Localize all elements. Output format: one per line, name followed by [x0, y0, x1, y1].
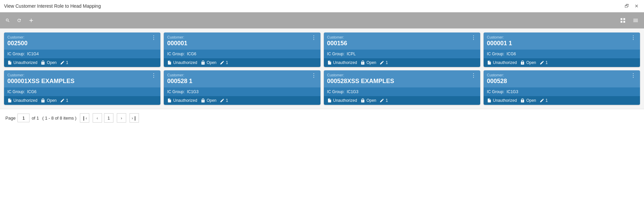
card-menu-button[interactable]: ⋮: [310, 35, 317, 41]
edit-count: 1: [226, 60, 228, 65]
card-1: Customer: 002500 ⋮ IC Group: IC1G4 Unaut…: [4, 32, 160, 67]
status-text: Unauthorized: [173, 98, 197, 103]
search-button[interactable]: [4, 17, 11, 24]
status-item: Unauthorized: [327, 98, 357, 103]
edit-item[interactable]: 1: [380, 98, 388, 103]
open-item[interactable]: Open: [201, 98, 216, 103]
cards-grid: Customer: 002500 ⋮ IC Group: IC1G4 Unaut…: [0, 28, 644, 109]
card-menu-button[interactable]: ⋮: [470, 73, 477, 78]
card-header: Customer: 002500 ⋮: [4, 32, 160, 50]
customer-label: Customer:: [327, 35, 347, 39]
toolbar-right: [618, 16, 640, 25]
card-3: Customer: 000156 ⋮ IC Group: ICPL Unauth…: [324, 32, 480, 67]
current-page-display: 1: [104, 113, 113, 123]
edit-item[interactable]: 1: [540, 98, 548, 103]
open-item[interactable]: Open: [360, 98, 376, 103]
card-header-info: Customer: 000001: [167, 35, 187, 47]
open-label: Open: [207, 98, 216, 103]
status-text: Unauthorized: [173, 60, 197, 65]
document-icon: [327, 98, 332, 103]
edit-item[interactable]: 1: [380, 60, 388, 65]
card-header-info: Customer: 000528 1: [167, 73, 192, 85]
open-item[interactable]: Open: [360, 60, 376, 65]
customer-label: Customer:: [7, 73, 75, 77]
search-icon: [5, 18, 10, 23]
add-button[interactable]: [27, 16, 36, 25]
edit-icon: [540, 98, 544, 103]
next-page-button[interactable]: ›: [117, 113, 126, 123]
edit-icon: [220, 98, 225, 103]
page-input[interactable]: [17, 114, 30, 122]
edit-count: 1: [66, 98, 68, 103]
card-menu-button[interactable]: ⋮: [630, 73, 637, 78]
document-icon: [487, 60, 492, 65]
card-footer: Unauthorized Open 1: [324, 96, 480, 105]
card-header-info: Customer: 000001XSS EXAMPLES: [7, 73, 75, 85]
card-footer: Unauthorized Open 1: [4, 58, 160, 67]
edit-count: 1: [386, 98, 388, 103]
open-item[interactable]: Open: [520, 60, 536, 65]
toolbar-left: [4, 16, 36, 25]
ic-group: IC Group: IC1G3: [484, 87, 640, 96]
edit-item[interactable]: 1: [220, 98, 228, 103]
range-label: ( 1 - 8 of 8 items ): [42, 116, 77, 121]
status-text: Unauthorized: [493, 60, 517, 65]
card-2: Customer: 000001 ⋮ IC Group: ICG6 Unauth…: [164, 32, 320, 67]
prev-page-button[interactable]: ‹: [93, 113, 102, 123]
card-7: Customer: 000528XSS EXAMPLES ⋮ IC Group:…: [324, 70, 480, 105]
edit-item[interactable]: 1: [60, 98, 68, 103]
status-item: Unauthorized: [327, 60, 357, 65]
open-item[interactable]: Open: [201, 60, 216, 65]
customer-id: 000528: [487, 78, 507, 85]
card-5: Customer: 000001XSS EXAMPLES ⋮ IC Group:…: [4, 70, 160, 105]
last-page-button[interactable]: ›❙: [130, 113, 139, 123]
customer-id: 000156: [327, 40, 347, 47]
toolbar: [0, 12, 644, 28]
grid-view-button[interactable]: [618, 16, 627, 25]
close-button[interactable]: ✕: [633, 3, 640, 9]
lock-open-icon: [360, 98, 365, 103]
ic-group: IC Group: ICG6: [4, 87, 160, 96]
customer-label: Customer:: [327, 73, 394, 77]
edit-item[interactable]: 1: [60, 60, 68, 65]
open-item[interactable]: Open: [41, 98, 56, 103]
card-header: Customer: 000156 ⋮: [324, 32, 480, 50]
status-text: Unauthorized: [13, 98, 37, 103]
customer-id: 000528 1: [167, 78, 192, 85]
open-label: Open: [207, 60, 216, 65]
refresh-button[interactable]: [15, 17, 23, 24]
of-label: of 1: [32, 116, 39, 121]
customer-id: 000001 1: [487, 40, 512, 47]
customer-label: Customer:: [7, 35, 28, 39]
restore-button[interactable]: 🗗: [623, 3, 631, 9]
lock-open-icon: [520, 60, 525, 65]
card-menu-button[interactable]: ⋮: [470, 35, 477, 41]
card-menu-button[interactable]: ⋮: [150, 35, 157, 41]
card-menu-button[interactable]: ⋮: [310, 73, 317, 78]
status-item: Unauthorized: [487, 60, 517, 65]
card-footer: Unauthorized Open 1: [484, 58, 640, 67]
customer-label: Customer:: [487, 35, 512, 39]
ic-group: IC Group: IC1G3: [164, 87, 320, 96]
card-header: Customer: 000528 ⋮: [484, 70, 640, 87]
card-header: Customer: 000001 1 ⋮: [484, 32, 640, 50]
document-icon: [7, 60, 12, 65]
card-footer: Unauthorized Open 1: [324, 58, 480, 67]
page-label: Page: [5, 116, 15, 121]
refresh-icon: [17, 18, 21, 23]
card-header: Customer: 000001 ⋮: [164, 32, 320, 50]
edit-item[interactable]: 1: [220, 60, 228, 65]
menu-button[interactable]: [631, 16, 640, 25]
edit-count: 1: [226, 98, 228, 103]
card-menu-button[interactable]: ⋮: [630, 35, 637, 41]
customer-id: 000001: [167, 40, 187, 47]
card-menu-button[interactable]: ⋮: [150, 73, 157, 78]
lock-open-icon: [201, 98, 205, 103]
customer-label: Customer:: [167, 73, 192, 77]
document-icon: [487, 98, 492, 103]
edit-item[interactable]: 1: [540, 60, 548, 65]
first-page-button[interactable]: ❙‹: [80, 113, 89, 123]
open-item[interactable]: Open: [520, 98, 536, 103]
open-item[interactable]: Open: [41, 60, 56, 65]
lock-open-icon: [360, 60, 365, 65]
